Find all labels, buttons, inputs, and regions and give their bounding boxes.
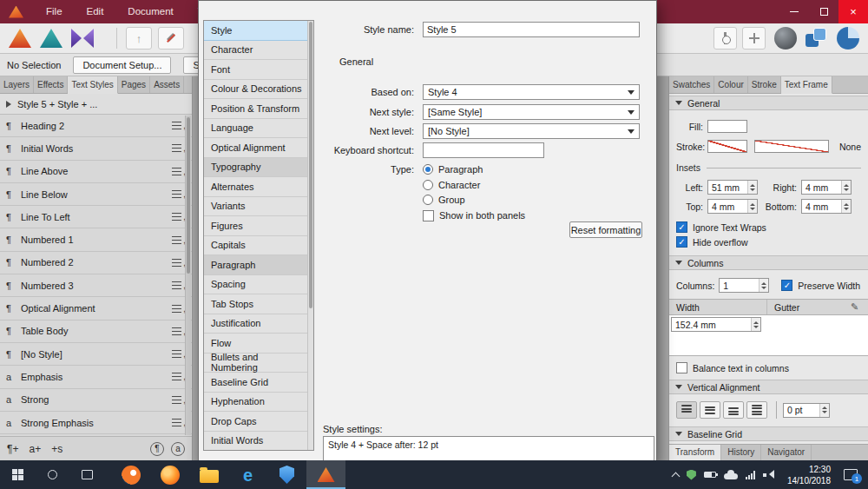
style-list-item[interactable]: ¶ Table Body (0, 320, 192, 343)
photo-persona-icon[interactable] (71, 29, 94, 48)
slider-options-button[interactable] (713, 27, 737, 50)
style-item-menu-icon[interactable] (172, 396, 181, 404)
dialog-category-item[interactable]: Flow (204, 334, 313, 354)
dialog-category-item[interactable]: Typography (204, 158, 313, 178)
section-baseline-grid[interactable]: Baseline Grid (669, 426, 868, 441)
tab-transform[interactable]: Transform (669, 445, 721, 460)
insert-target-button[interactable] (742, 27, 766, 50)
cortana-button[interactable] (35, 460, 69, 489)
task-view-button[interactable] (69, 460, 104, 489)
style-item-menu-icon[interactable] (172, 327, 181, 335)
start-button[interactable] (0, 460, 35, 489)
dialog-category-item[interactable]: Colour & Decorations (204, 80, 313, 100)
edit-pencil-icon[interactable]: ✎ (851, 301, 868, 313)
dialog-category-item[interactable]: Capitals (204, 236, 313, 256)
inset-top-input[interactable]: 4 mm (707, 199, 758, 214)
menu-file[interactable]: File (34, 0, 75, 23)
section-general[interactable]: General (669, 96, 868, 110)
style-item-menu-icon[interactable] (172, 259, 181, 267)
dialog-sidebar-scrollbar[interactable] (307, 21, 313, 450)
dialog-category-item[interactable]: Spacing (204, 275, 313, 295)
style-item-menu-icon[interactable] (172, 236, 181, 244)
inset-right-input[interactable]: 4 mm (801, 180, 852, 195)
stepper-icon[interactable] (819, 404, 829, 417)
pen-style-button[interactable] (158, 27, 184, 50)
dialog-category-item[interactable]: Figures (204, 216, 313, 236)
dialog-category-item[interactable]: Style (204, 21, 313, 41)
style-list-item[interactable]: ¶ [No Style] (0, 343, 192, 366)
style-list-item[interactable]: ¶ Heading 2 (0, 115, 192, 137)
new-paragraph-style-icon[interactable]: ¶+ (7, 443, 18, 455)
designer-persona-icon[interactable] (40, 29, 62, 48)
style-item-menu-icon[interactable] (172, 122, 181, 129)
dialog-category-item[interactable]: Hyphenation (204, 393, 313, 413)
dialog-category-item[interactable]: Position & Transform (204, 99, 313, 119)
arrange-up-button[interactable]: ↑ (126, 27, 152, 50)
stepper-icon[interactable] (841, 200, 851, 213)
action-center-button[interactable]: 1 (844, 469, 858, 480)
inset-left-input[interactable]: 51 mm (707, 180, 758, 195)
chevron-up-icon[interactable] (671, 472, 680, 480)
style-item-menu-icon[interactable] (172, 419, 181, 426)
show-in-both-panels-row[interactable]: Show in both panels (423, 208, 525, 223)
dialog-category-item[interactable]: Tab Stops (204, 294, 313, 314)
style-list-item[interactable]: a Strong Emphasis (0, 412, 192, 434)
tab-text-frame[interactable]: Text Frame (781, 76, 832, 94)
dialog-category-item[interactable]: Font (204, 60, 313, 80)
balance-text-checkbox[interactable]: Balance text in columns (669, 362, 868, 373)
stroke-style-swatch[interactable] (754, 140, 829, 153)
next-style-select[interactable]: [Same Style] (423, 104, 640, 120)
overlap-squares-button[interactable] (806, 27, 828, 50)
taskbar-app-affinity-publisher[interactable] (306, 460, 345, 489)
dialog-category-item[interactable]: Bullets and Numbering (204, 354, 313, 373)
style-list-item[interactable]: ¶ Numbered 1 (0, 228, 192, 251)
taskbar-app-shield[interactable] (267, 460, 306, 489)
next-level-select[interactable]: [No Style] (423, 123, 640, 139)
type-character-radio[interactable] (423, 180, 433, 190)
gutter-column-header[interactable]: Gutter (767, 302, 851, 313)
reset-formatting-button[interactable]: Reset formatting (569, 221, 642, 238)
style-list-item[interactable]: a Emphasis (0, 366, 192, 388)
keyboard-shortcut-input[interactable] (423, 142, 544, 158)
taskbar-app-edge[interactable]: e (228, 460, 267, 489)
dialog-category-item[interactable]: Alternates (204, 177, 313, 197)
tab-navigator[interactable]: Navigator (761, 445, 812, 460)
align-top-button[interactable] (676, 401, 697, 419)
inset-bottom-input[interactable]: 4 mm (801, 199, 852, 214)
style-list-item[interactable]: ¶ Line Above (0, 161, 192, 183)
dialog-category-item[interactable]: Character (204, 41, 313, 61)
tab-pages[interactable]: Pages (118, 76, 150, 93)
battery-icon[interactable] (704, 472, 716, 478)
style-list-item[interactable]: ¶ Line Below (0, 183, 192, 206)
style-list-item[interactable]: ¶ Numbered 3 (0, 274, 192, 297)
styles-scrollbar[interactable] (185, 116, 191, 435)
taskbar-clock[interactable]: 12:30 14/10/2018 (787, 464, 831, 486)
document-setup-button[interactable]: Document Setup... (73, 56, 171, 74)
tab-swatches[interactable]: Swatches (669, 76, 714, 93)
style-item-menu-icon[interactable] (172, 213, 181, 221)
hide-overflow-checkbox[interactable]: ✓ Hide overflow (669, 236, 868, 248)
taskbar-app-file-explorer[interactable] (189, 460, 228, 489)
style-list-item[interactable]: ¶ Numbered 2 (0, 252, 192, 274)
style-item-menu-icon[interactable] (172, 144, 181, 152)
volume-icon[interactable] (763, 470, 774, 479)
ignore-text-wraps-checkbox[interactable]: ✓ Ignore Text Wraps (669, 221, 868, 233)
dialog-category-item[interactable]: Baseline Grid (204, 373, 313, 393)
style-item-menu-icon[interactable] (172, 168, 181, 175)
tab-history[interactable]: History (721, 445, 761, 460)
dialog-category-item[interactable]: Justification (204, 314, 313, 334)
style-item-menu-icon[interactable] (172, 281, 181, 289)
new-group-style-icon[interactable]: +s (51, 443, 62, 455)
scrollbar-thumb[interactable] (309, 22, 312, 308)
menu-edit[interactable]: Edit (75, 0, 116, 23)
onedr<span></span>ive-cloud-icon[interactable] (724, 473, 738, 479)
section-vertical-alignment[interactable]: Vertical Alignment (669, 380, 868, 394)
type-group-radio[interactable] (423, 195, 433, 205)
style-item-menu-icon[interactable] (172, 373, 181, 380)
style-item-menu-icon[interactable] (172, 350, 181, 358)
style-list-item[interactable]: a Strong (0, 389, 192, 412)
sphere-button[interactable] (774, 27, 797, 50)
style-list-item[interactable]: ¶ Line To Left (0, 206, 192, 228)
network-signal-icon[interactable] (746, 471, 755, 479)
show-paragraph-styles-icon[interactable]: ¶ (150, 442, 164, 456)
